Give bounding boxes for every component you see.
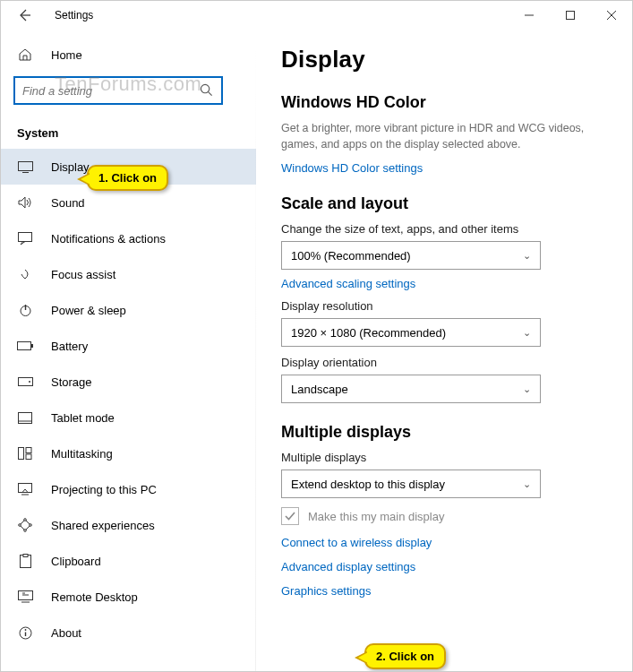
advanced-display-settings-link[interactable]: Advanced display settings	[281, 560, 607, 573]
sidebar-item-label: Projecting to this PC	[51, 483, 157, 496]
search-input[interactable]	[22, 84, 200, 98]
svg-rect-14	[18, 378, 32, 386]
sidebar-item-label: Remote Desktop	[51, 590, 138, 604]
svg-rect-7	[18, 161, 32, 170]
focus-assist-icon	[17, 266, 33, 282]
chevron-down-icon: ⌄	[523, 478, 531, 490]
storage-icon	[17, 374, 33, 390]
chevron-down-icon: ⌄	[523, 383, 531, 395]
sidebar-item-label: Display	[51, 160, 90, 174]
graphics-settings-link[interactable]: Graphics settings	[281, 584, 607, 598]
close-button[interactable]	[591, 1, 632, 30]
sidebar-home[interactable]: Home	[1, 37, 256, 73]
sidebar-item-label: Power & sleep	[51, 304, 126, 317]
minimize-button[interactable]	[509, 1, 550, 30]
page-title: Display	[281, 46, 607, 73]
sidebar-item-label: Clipboard	[51, 555, 101, 568]
sidebar-item-label: Focus assist	[51, 268, 115, 281]
chevron-down-icon: ⌄	[523, 327, 531, 339]
resolution-label: Display resolution	[281, 299, 607, 313]
svg-rect-2	[567, 12, 575, 20]
callout-1: 1. Click on	[87, 165, 168, 191]
main-display-checkbox-row: Make this my main display	[281, 507, 607, 525]
tablet-icon	[17, 409, 33, 426]
svg-rect-20	[26, 454, 31, 460]
sidebar-item-multitasking[interactable]: Multitasking	[1, 435, 256, 471]
svg-rect-9	[19, 232, 32, 241]
svg-rect-32	[23, 555, 28, 557]
scale-size-dropdown[interactable]: 100% (Recommended) ⌄	[281, 241, 541, 270]
back-button[interactable]	[8, 1, 40, 30]
advanced-scaling-link[interactable]: Advanced scaling settings	[281, 277, 415, 290]
multitasking-icon	[17, 445, 33, 461]
sidebar-item-storage[interactable]: Storage	[1, 364, 256, 400]
svg-point-27	[24, 519, 27, 521]
svg-point-30	[24, 530, 27, 532]
maximize-button[interactable]	[550, 1, 591, 30]
orientation-dropdown[interactable]: Landscape ⌄	[281, 375, 541, 403]
sound-icon	[17, 194, 33, 211]
svg-point-28	[19, 524, 21, 527]
svg-line-6	[208, 91, 211, 95]
power-icon	[17, 302, 33, 318]
hd-color-settings-link[interactable]: Windows HD Color settings	[281, 161, 423, 175]
content-pane: Display Windows HD Color Get a brighter,…	[256, 30, 632, 671]
main-display-label: Make this my main display	[308, 510, 444, 523]
svg-rect-19	[26, 448, 31, 453]
callout-2: 2. Click on	[364, 643, 446, 669]
multi-displays-dropdown[interactable]: Extend desktop to this display ⌄	[281, 470, 541, 498]
multi-displays-label: Multiple displays	[281, 451, 607, 464]
sidebar-item-label: Battery	[51, 340, 88, 353]
resolution-dropdown[interactable]: 1920 × 1080 (Recommended) ⌄	[281, 318, 541, 347]
search-box[interactable]	[13, 76, 223, 105]
sidebar-item-projecting[interactable]: Projecting to this PC	[1, 471, 256, 507]
section-scale-title: Scale and layout	[281, 194, 607, 213]
sidebar-item-clipboard[interactable]: Clipboard	[1, 543, 256, 579]
window-title: Settings	[55, 9, 93, 22]
sidebar-item-label: Shared experiences	[51, 519, 155, 532]
scale-size-label: Change the size of text, apps, and other…	[281, 222, 607, 236]
sidebar-item-power-sleep[interactable]: Power & sleep	[1, 292, 256, 328]
svg-point-29	[30, 524, 32, 527]
chevron-down-icon: ⌄	[523, 250, 531, 262]
sidebar-item-label: About	[51, 626, 81, 640]
connect-wireless-display-link[interactable]: Connect to a wireless display	[281, 536, 607, 549]
orientation-value: Landscape	[291, 383, 348, 396]
svg-point-37	[24, 629, 26, 631]
sidebar-item-label: Sound	[51, 196, 85, 210]
sidebar-item-notifications[interactable]: Notifications & actions	[1, 220, 256, 256]
sidebar-item-label: Tablet mode	[51, 411, 115, 425]
svg-rect-16	[19, 412, 32, 423]
home-icon	[17, 47, 33, 63]
search-icon	[200, 83, 214, 98]
sidebar-item-battery[interactable]: Battery	[1, 328, 256, 364]
sidebar-item-focus-assist[interactable]: Focus assist	[1, 256, 256, 292]
remote-desktop-icon	[17, 589, 33, 605]
notifications-icon	[17, 230, 33, 246]
orientation-label: Display orientation	[281, 356, 607, 369]
sidebar-item-remote-desktop[interactable]: Remote Desktop	[1, 579, 256, 615]
sidebar-item-about[interactable]: About	[1, 615, 256, 650]
hd-color-desc: Get a brighter, more vibrant picture in …	[281, 121, 607, 152]
clipboard-icon	[17, 553, 33, 569]
shared-icon	[17, 517, 33, 533]
svg-rect-21	[19, 484, 32, 493]
projecting-icon	[17, 481, 33, 497]
sidebar-home-label: Home	[51, 48, 82, 62]
sidebar-item-tablet-mode[interactable]: Tablet mode	[1, 400, 256, 435]
sidebar: Home System Display Sound Notifications …	[1, 30, 256, 671]
section-hd-color-title: Windows HD Color	[281, 93, 607, 112]
svg-rect-18	[19, 448, 24, 460]
scale-size-value: 100% (Recommended)	[291, 249, 411, 263]
about-icon	[17, 625, 33, 641]
svg-rect-13	[31, 344, 33, 348]
display-icon	[17, 159, 33, 175]
svg-rect-12	[18, 342, 31, 350]
sidebar-item-shared-experiences[interactable]: Shared experiences	[1, 507, 256, 543]
svg-point-15	[29, 381, 30, 383]
sidebar-item-label: Notifications & actions	[51, 232, 166, 246]
section-multi-title: Multiple displays	[281, 423, 607, 442]
resolution-value: 1920 × 1080 (Recommended)	[291, 326, 446, 340]
multi-displays-value: Extend desktop to this display	[291, 478, 445, 491]
sidebar-item-label: Multitasking	[51, 447, 113, 461]
